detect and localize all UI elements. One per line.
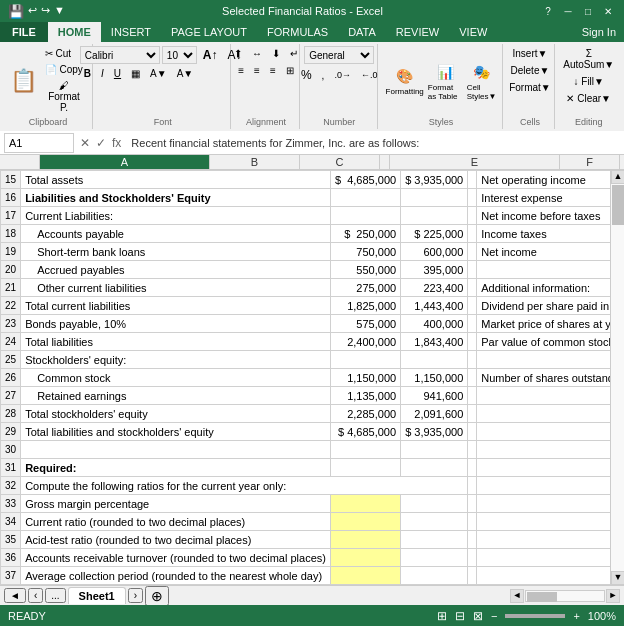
cell-e25[interactable] [477,351,610,369]
paste-button[interactable]: 📋 [9,65,39,97]
row-header[interactable]: 21 [1,279,21,297]
cell-c16[interactable] [401,189,468,207]
cell-b25[interactable] [330,351,400,369]
row-header[interactable]: 16 [1,189,21,207]
cell-e20[interactable] [477,261,610,279]
col-header-a[interactable]: A [40,155,210,169]
cell-c33[interactable] [401,495,468,513]
zoom-out-button[interactable]: − [491,610,497,622]
sheet-tab-sheet1[interactable]: Sheet1 [68,587,126,604]
view-layout-icon[interactable]: ⊟ [455,609,465,623]
cell-b15[interactable]: $ 4,685,000 [330,171,400,189]
row-header[interactable]: 17 [1,207,21,225]
cell-b24[interactable]: 2,400,000 [330,333,400,351]
cell-c22[interactable]: 1,443,400 [401,297,468,315]
row-header[interactable]: 29 [1,423,21,441]
cell-b19[interactable]: 750,000 [330,243,400,261]
minimize-button[interactable]: ─ [560,4,576,18]
scroll-left-button[interactable]: ◄ [510,589,524,603]
cell-e16[interactable]: Interest expense [477,189,610,207]
clear-button[interactable]: ✕ Clear▼ [562,91,615,106]
cell-b28[interactable]: 2,285,000 [330,405,400,423]
sheet-add-button[interactable]: ⊕ [145,586,169,606]
cell-e23[interactable]: Market price of shares at year end [477,315,610,333]
tab-data[interactable]: DATA [338,22,386,42]
row-header[interactable]: 36 [1,549,21,567]
cell-b30[interactable] [330,441,400,459]
cell-c23[interactable]: 400,000 [401,315,468,333]
cell-e17[interactable]: Net income before taxes [477,207,610,225]
align-right-button[interactable]: ≡ [266,63,280,78]
col-header-e[interactable]: E [390,155,560,169]
row-header[interactable]: 23 [1,315,21,333]
cell-b20[interactable]: 550,000 [330,261,400,279]
number-format-select[interactable]: General [304,46,374,64]
cell-e26[interactable]: Number of shares outstanding [477,369,610,387]
cell-c20[interactable]: 395,000 [401,261,468,279]
scroll-down-button[interactable]: ▼ [611,571,624,585]
cell-a37[interactable]: Average collection period (rounded to th… [21,567,331,585]
cell-b36[interactable] [330,549,400,567]
cell-e19[interactable]: Net income [477,243,610,261]
cell-a28[interactable]: Total stockholders' equity [21,405,331,423]
format-as-table-button[interactable]: 📊 [431,61,459,83]
scroll-track[interactable] [611,184,624,571]
cell-c24[interactable]: 1,843,400 [401,333,468,351]
font-grow-button[interactable]: A↑ [199,46,222,64]
cell-a36[interactable]: Accounts receivable turnover (rounded to… [21,549,331,567]
cell-c15[interactable]: $ 3,935,000 [401,171,468,189]
col-header-b[interactable]: B [210,155,300,169]
align-bottom-button[interactable]: ⬇ [268,46,284,61]
cell-a30[interactable] [21,441,331,459]
scroll-up-button[interactable]: ▲ [611,170,624,184]
cell-c34[interactable] [401,513,468,531]
cell-e28[interactable] [477,405,610,423]
cell-b29[interactable]: $ 4,685,000 [330,423,400,441]
cell-a26[interactable]: Common stock [21,369,331,387]
cell-b31[interactable] [330,459,400,477]
cell-a33[interactable]: Gross margin percentage [21,495,331,513]
merge-button[interactable]: ⊞ [282,63,298,78]
row-header[interactable]: 31 [1,459,21,477]
view-normal-icon[interactable]: ⊞ [437,609,447,623]
cell-b26[interactable]: 1,150,000 [330,369,400,387]
cell-b16[interactable] [330,189,400,207]
font-name-select[interactable]: Calibri [80,46,160,64]
close-button[interactable]: ✕ [600,4,616,18]
bold-button[interactable]: B [80,66,95,81]
align-top-button[interactable]: ⬆ [230,46,246,61]
cell-c21[interactable]: 223,400 [401,279,468,297]
cell-a22[interactable]: Total current liabilities [21,297,331,315]
tab-home[interactable]: HOME [48,22,101,42]
cell-e36[interactable] [477,549,610,567]
row-header[interactable]: 24 [1,333,21,351]
tab-review[interactable]: REVIEW [386,22,449,42]
cell-e15[interactable]: Net operating income [477,171,610,189]
cell-c36[interactable] [401,549,468,567]
cell-c37[interactable] [401,567,468,585]
cell-a17[interactable]: Current Liabilities: [21,207,331,225]
fill-button[interactable]: ↓ Fill▼ [570,74,608,89]
row-header[interactable]: 22 [1,297,21,315]
percent-button[interactable]: % [297,66,316,84]
decrease-decimal-button[interactable]: ←.0 [357,68,382,82]
font-color-button[interactable]: A▼ [173,66,198,81]
sheet-nav-next[interactable]: › [128,588,143,603]
cell-b37[interactable] [330,567,400,585]
scroll-right-button[interactable]: ► [606,589,620,603]
cell-a19[interactable]: Short-term bank loans [21,243,331,261]
col-header-f[interactable]: F [560,155,620,169]
tab-view[interactable]: VIEW [449,22,497,42]
cell-e37[interactable] [477,567,610,585]
cell-e21[interactable]: Additional information: [477,279,610,297]
cell-c31[interactable] [401,459,468,477]
row-header[interactable]: 33 [1,495,21,513]
cell-c26[interactable]: 1,150,000 [401,369,468,387]
tab-insert[interactable]: INSERT [101,22,161,42]
cell-e30[interactable] [477,441,610,459]
cell-b21[interactable]: 275,000 [330,279,400,297]
scroll-h-thumb[interactable] [527,592,557,602]
cell-e31[interactable] [477,459,610,477]
tab-formulas[interactable]: FORMULAS [257,22,338,42]
cell-a29[interactable]: Total liabilities and stockholders' equi… [21,423,331,441]
